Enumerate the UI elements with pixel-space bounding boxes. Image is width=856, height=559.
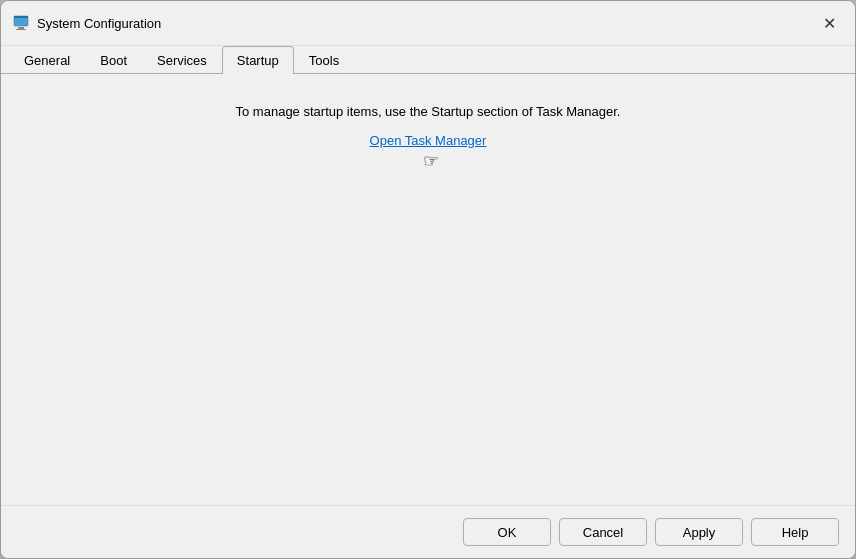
help-button[interactable]: Help: [751, 518, 839, 546]
tab-tools[interactable]: Tools: [294, 46, 354, 74]
tab-bar: General Boot Services Startup Tools: [1, 46, 855, 74]
open-task-manager-link[interactable]: Open Task Manager: [366, 131, 491, 150]
system-config-icon: [13, 15, 29, 31]
window-title: System Configuration: [37, 16, 161, 31]
apply-button[interactable]: Apply: [655, 518, 743, 546]
cancel-button[interactable]: Cancel: [559, 518, 647, 546]
tab-services[interactable]: Services: [142, 46, 222, 74]
title-bar: System Configuration ✕: [1, 1, 855, 46]
svg-rect-1: [14, 16, 28, 18]
svg-rect-2: [18, 27, 24, 29]
system-configuration-window: System Configuration ✕ General Boot Serv…: [0, 0, 856, 559]
ok-button[interactable]: OK: [463, 518, 551, 546]
title-bar-left: System Configuration: [13, 15, 161, 31]
startup-info-text: To manage startup items, use the Startup…: [236, 104, 621, 119]
content-area: To manage startup items, use the Startup…: [1, 74, 855, 505]
cursor-hand-icon: ☞: [423, 150, 439, 172]
tab-startup[interactable]: Startup: [222, 46, 294, 74]
close-button[interactable]: ✕: [815, 9, 843, 37]
link-container: Open Task Manager ☞: [366, 119, 491, 150]
bottom-bar: OK Cancel Apply Help: [1, 505, 855, 558]
svg-rect-3: [16, 29, 26, 30]
tab-general[interactable]: General: [9, 46, 85, 74]
tab-boot[interactable]: Boot: [85, 46, 142, 74]
